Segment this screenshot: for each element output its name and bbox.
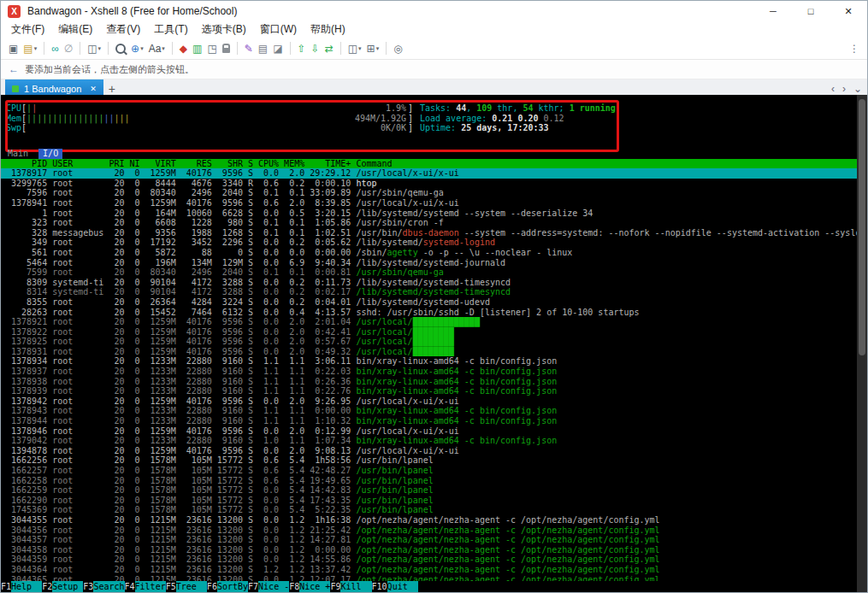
tab-close-icon[interactable]: ✕	[90, 85, 97, 93]
sync-input-button[interactable]: ◎	[391, 40, 404, 57]
open-sessions-button[interactable]: ▤▾	[21, 40, 39, 57]
process-row-1379042[interactable]: 1379042 root 20 0 1233M 22880 9160 S 1.0…	[1, 436, 857, 446]
process-row-5464[interactable]: 5464 root 20 0 196M 134M 129M S 0.0 6.9 …	[1, 258, 857, 268]
process-row-1378922[interactable]: 1378922 root 20 0 1259M 40176 9596 S 0.0…	[1, 327, 857, 338]
process-row-3044359[interactable]: 3044359 root 20 0 1215M 23616 13200 S 0.…	[1, 555, 857, 565]
dropdown-arrow-icon[interactable]: ▾	[140, 45, 144, 52]
fkey-f1[interactable]: F1Help	[1, 581, 42, 592]
tile-windows-button[interactable]: ◫▾	[345, 40, 364, 57]
terminal-scrollbar[interactable]	[857, 95, 867, 592]
process-row-7599[interactable]: 7599 root 20 0 80340 2496 2040 S 0.1 0.1…	[1, 267, 857, 278]
dropdown-arrow-icon[interactable]: ▾	[34, 45, 38, 52]
tab-scroll-right-icon[interactable]: ›	[842, 83, 846, 95]
process-row-1[interactable]: 1 root 20 0 164M 10060 6628 S 0.0 0.5 3:…	[1, 208, 857, 219]
htop-column-header[interactable]: PID USER PRI NI VIRT RES SHR S CPU% MEM%…	[1, 159, 857, 169]
menu-item-1[interactable]: 编辑(E)	[51, 22, 99, 37]
lock-button[interactable]	[220, 40, 233, 57]
process-row-1378946[interactable]: 1378946 root 20 0 1259M 40176 9596 S 0.0…	[1, 426, 857, 437]
fkey-f3[interactable]: F3Search	[83, 581, 124, 592]
process-row-561[interactable]: 561 root 20 0 5872 88 0 S 0.0 0.0 0:00.0…	[1, 248, 857, 258]
duplicate-session-button[interactable]: ◫▾	[85, 40, 103, 57]
process-row-3299765[interactable]: 3299765 root 20 0 8444 4676 3340 R 0.6 0…	[1, 179, 857, 189]
process-row-8309[interactable]: 8309 systemd-ti 20 0 90104 4172 3288 S 0…	[1, 278, 857, 288]
process-row-1662257[interactable]: 1662257 root 20 0 1578M 105M 15772 S 0.6…	[1, 466, 857, 476]
logging-button[interactable]: ▥	[190, 40, 204, 57]
ansi-color-button[interactable]: ◆	[177, 40, 190, 57]
disconnect-button[interactable]: ∅	[62, 40, 75, 57]
menu-item-2[interactable]: 查看(V)	[99, 22, 147, 37]
process-row-8314[interactable]: 8314 systemd-ti 20 0 90104 4172 3288 S 0…	[1, 287, 857, 297]
add-session-arrow-icon[interactable]: ←	[9, 63, 19, 75]
menu-item-4[interactable]: 选项卡(B)	[195, 22, 253, 37]
process-row-7596[interactable]: 7596 root 20 0 80340 2496 2040 S 0.1 0.1…	[1, 188, 857, 198]
dropdown-arrow-icon[interactable]: ▾	[358, 45, 362, 52]
encoding-button[interactable]: ⊕▾	[128, 40, 146, 57]
font-size-button[interactable]: Aa▾	[146, 40, 168, 57]
htop-screen-tab-io[interactable]: I/O	[38, 149, 62, 159]
process-row-323[interactable]: 323 root 20 0 6608 1228 980 S 0.1 0.1 1:…	[1, 218, 857, 228]
process-row-3044365[interactable]: 3044365 root 20 0 1215M 23616 13200 S 0.…	[1, 575, 857, 581]
send-file-button[interactable]: ⇧	[295, 40, 309, 57]
new-session-button[interactable]: ▣	[6, 40, 21, 57]
process-row-1378921[interactable]: 1378921 root 20 0 1259M 40176 9596 S 0.0…	[1, 317, 857, 327]
process-row-1378937[interactable]: 1378937 root 20 0 1233M 22880 9160 S 1.1…	[1, 367, 857, 377]
process-row-1378934[interactable]: 1378934 root 20 0 1233M 22880 9160 S 1.1…	[1, 356, 857, 367]
fkey-f6[interactable]: F6SortBy	[207, 581, 248, 592]
process-row-1378939[interactable]: 1378939 root 20 0 1233M 22880 9160 S 1.1…	[1, 386, 857, 396]
process-row-1378944[interactable]: 1378944 root 20 0 1233M 22880 9160 S 1.1…	[1, 416, 857, 426]
terminal-screen[interactable]: CPU[||1.9%]Mem[||||||||||||||||||||494M/…	[1, 95, 867, 592]
copy-button[interactable]: ▤	[256, 40, 270, 57]
scrollbar-thumb[interactable]	[859, 99, 865, 355]
process-row-1378917[interactable]: 1378917 root 20 0 1259M 40176 9596 S 0.0…	[1, 168, 857, 179]
process-row-1378938[interactable]: 1378938 root 20 0 1233M 22880 9160 S 1.1…	[1, 377, 857, 387]
compose-bar-button[interactable]: ✎	[242, 40, 256, 57]
tab-scroll-left-icon[interactable]: ‹	[831, 83, 835, 95]
fkey-f8[interactable]: F8Nice +	[289, 581, 330, 592]
process-row-1378931[interactable]: 1378931 root 20 0 1259M 40176 9596 S 0.0…	[1, 347, 857, 357]
process-row-1378925[interactable]: 1378925 root 20 0 1259M 40176 9596 S 0.0…	[1, 337, 857, 347]
process-row-3044356[interactable]: 3044356 root 20 0 1215M 23616 13200 S 0.…	[1, 525, 857, 536]
menu-item-5[interactable]: 窗口(W)	[253, 22, 304, 37]
file-transfer-button[interactable]: ⇄	[322, 40, 336, 57]
process-row-1378941[interactable]: 1378941 root 20 0 1259M 40176 9596 S 0.6…	[1, 198, 857, 208]
process-row-3044357[interactable]: 3044357 root 20 0 1215M 23616 13200 S 0.…	[1, 535, 857, 545]
fkey-f2[interactable]: F2Setup	[42, 581, 83, 592]
dropdown-arrow-icon[interactable]: ▾	[376, 45, 380, 52]
menu-item-3[interactable]: 工具(T)	[147, 22, 194, 37]
fkey-f10[interactable]: F10Quit	[372, 581, 418, 592]
receive-file-button[interactable]: ⇩	[309, 40, 322, 57]
process-row-349[interactable]: 349 root 20 0 17192 3452 2296 S 0.0 0.2 …	[1, 238, 857, 248]
process-row-328[interactable]: 328 messagebus 20 0 9356 1988 1268 S 0.1…	[1, 228, 857, 238]
process-row-1662259[interactable]: 1662259 root 20 0 1578M 105M 15772 S 0.0…	[1, 485, 857, 496]
process-row-3044355[interactable]: 3044355 root 20 0 1215M 23616 13200 S 0.…	[1, 515, 857, 525]
paste-button[interactable]: ◪	[270, 40, 285, 57]
find-button[interactable]	[113, 40, 128, 57]
htop-screen-tab-main[interactable]: Main	[8, 149, 28, 159]
process-row-1662258[interactable]: 1662258 root 20 0 1578M 105M 15772 S 0.6…	[1, 476, 857, 486]
dropdown-arrow-icon[interactable]: ▾	[162, 45, 165, 52]
fkey-f7[interactable]: F7Nice -	[248, 581, 289, 592]
fullscreen-button[interactable]: ◳	[204, 40, 219, 57]
process-row-1378942[interactable]: 1378942 root 20 0 1259M 40176 9596 S 0.0…	[1, 396, 857, 407]
dropdown-arrow-icon[interactable]: ▾	[98, 45, 102, 52]
process-row-28263[interactable]: 28263 root 20 0 15452 7464 6132 S 0.0 0.…	[1, 308, 857, 318]
fkey-f4[interactable]: F4Filter	[125, 581, 166, 592]
minimize-button[interactable]: ─	[754, 1, 792, 21]
reconnect-button[interactable]: ∞	[49, 40, 62, 57]
process-row-1394878[interactable]: 1394878 root 20 0 1259M 40176 9596 S 0.0…	[1, 446, 857, 456]
process-row-1662256[interactable]: 1662256 root 20 0 1578M 105M 15772 S 0.6…	[1, 455, 857, 466]
menu-item-0[interactable]: 文件(F)	[4, 22, 51, 37]
arrange-grid-button[interactable]: ⊞▾	[364, 40, 382, 57]
tab-list-icon[interactable]: ⌄	[853, 83, 862, 95]
process-row-8355[interactable]: 8355 root 20 0 26364 4284 3224 S 0.0 0.2…	[1, 297, 857, 308]
maximize-button[interactable]: □	[792, 1, 830, 21]
fkey-f9[interactable]: F9Kill	[330, 581, 371, 592]
menu-item-6[interactable]: 帮助(H)	[304, 22, 352, 37]
process-row-1378943[interactable]: 1378943 root 20 0 1233M 22880 9160 S 1.1…	[1, 406, 857, 416]
process-row-3044364[interactable]: 3044364 root 20 0 1215M 23616 13200 S 1.…	[1, 565, 857, 575]
process-row-1745369[interactable]: 1745369 root 20 0 1578M 105M 15772 S 0.0…	[1, 505, 857, 515]
fkey-f5[interactable]: F5Tree	[166, 581, 207, 592]
close-button[interactable]: ✕	[830, 1, 867, 21]
process-row-3044358[interactable]: 3044358 root 20 0 1215M 23616 13200 S 0.…	[1, 545, 857, 555]
process-row-1662290[interactable]: 1662290 root 20 0 1578M 105M 15772 S 0.0…	[1, 496, 857, 506]
